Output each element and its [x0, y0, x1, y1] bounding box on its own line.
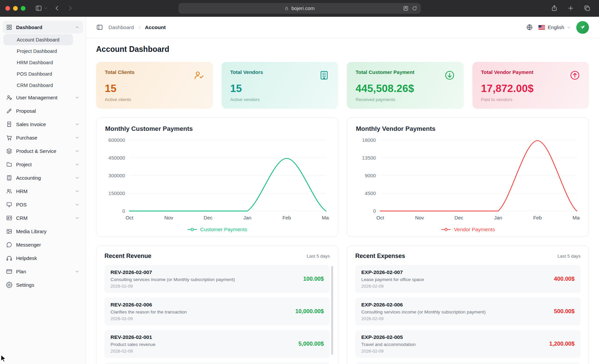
sidebar-collapse-icon[interactable] [96, 24, 103, 31]
chart-legend[interactable]: Vendor Payments [356, 226, 580, 233]
sidebar-item-project[interactable]: Project [3, 158, 83, 171]
sidebar-item-settings[interactable]: Settings [3, 278, 83, 291]
list-period: Last 5 days [557, 254, 581, 259]
stats-row: Total Clients15Active clientsTotal Vendo… [96, 62, 589, 109]
vendor-payments-line-chart: 0450090001350018000OctNovDecJanFebMar [356, 135, 580, 226]
sidebar-subitem-hrm-dashboard[interactable]: HRM Dashboard [3, 57, 73, 68]
transaction-row[interactable]: REV-2026-02-007Consulting services incom… [104, 265, 330, 293]
transaction-row[interactable]: REV-2026-02-002 [104, 362, 330, 364]
legend-label: Vendor Payments [454, 226, 495, 233]
sidebar-item-dashboard[interactable]: Dashboard [3, 21, 83, 33]
us-flag-icon [538, 25, 545, 30]
sidebar-item-proposal[interactable]: Proposal [3, 104, 83, 117]
svg-text:300000: 300000 [108, 173, 125, 178]
transaction-description: Consulting services income (or Monthly s… [361, 309, 485, 314]
transaction-date: 2026-02-09 [110, 284, 235, 289]
sidebar-item-pos[interactable]: POS [3, 198, 83, 211]
stat-label: Total Customer Payment [356, 69, 415, 75]
sidebar-nav: DashboardAccount DashboardProject Dashbo… [3, 21, 83, 291]
transaction-amount: 10,000.00$ [295, 308, 324, 315]
sidebar-item-label: CRM [16, 215, 71, 221]
new-tab-icon[interactable] [567, 5, 574, 12]
sidebar-item-helpdesk[interactable]: Helpdesk [3, 252, 83, 264]
scrollbar-thumb[interactable] [331, 266, 333, 355]
language-label: English [548, 24, 564, 30]
transaction-amount: 5,000.00$ [298, 341, 324, 347]
fullscreen-window-button[interactable] [21, 6, 25, 11]
sidebar-item-label: Sales Invoice [16, 121, 71, 127]
svg-text:150000: 150000 [108, 191, 125, 196]
transaction-description: Travel and accommodation [361, 342, 416, 347]
chevron-down-icon [75, 95, 80, 100]
url-text: bojeri.com [291, 5, 314, 11]
sidebar-item-label: Dashboard [16, 24, 71, 30]
sidebar-subitem-account-dashboard[interactable]: Account Dashboard [3, 34, 73, 45]
sidebar-item-product-service[interactable]: Product & Service [3, 145, 83, 157]
transaction-amount: 1,200.00$ [549, 341, 575, 347]
breadcrumb-dashboard[interactable]: Dashboard [108, 24, 134, 30]
sidebar-subitem-project-dashboard[interactable]: Project Dashboard [3, 46, 73, 57]
transaction-row[interactable]: EXP-2026-02-001 [355, 362, 581, 364]
svg-text:Dec: Dec [204, 215, 213, 220]
transaction-date: 2026-02-09 [110, 349, 155, 354]
chart-legend[interactable]: Customer Payments [105, 226, 329, 233]
sidebar-item-purchase[interactable]: Purchase [3, 131, 83, 144]
app-window: DashboardAccount DashboardProject Dashbo… [0, 17, 599, 364]
transaction-code: REV-2026-02-001 [110, 334, 155, 340]
svg-text:Jan: Jan [494, 215, 502, 220]
share-icon[interactable] [551, 5, 558, 12]
expenses-list: EXP-2026-02-007Lease payment for office … [355, 265, 581, 364]
svg-text:Feb: Feb [282, 215, 291, 220]
page-title: Account Dashboard [96, 45, 589, 54]
svg-text:9000: 9000 [365, 173, 376, 178]
minimize-window-button[interactable] [13, 6, 18, 11]
close-window-button[interactable] [5, 6, 10, 11]
sidebar-item-label: Plan [16, 269, 71, 274]
list-period: Last 5 days [307, 254, 330, 259]
language-selector[interactable]: English [538, 24, 571, 30]
back-icon[interactable] [54, 5, 61, 12]
customer-payments-chart-card: Monthly Customer Payments 01500003000004… [96, 117, 338, 237]
sidebar-item-user-management[interactable]: User Management [3, 91, 83, 104]
svg-text:13500: 13500 [362, 155, 376, 161]
transaction-row[interactable]: EXP-2026-02-006Consulting services incom… [355, 297, 581, 326]
forward-icon[interactable] [67, 5, 74, 12]
sidebar-item-sales-invoice[interactable]: Sales Invoice [3, 118, 83, 130]
stat-card-total-customer-payment: Total Customer Payment445,508.26$Receive… [347, 62, 464, 109]
stat-value: 15 [105, 83, 204, 95]
pen-icon [6, 108, 12, 114]
transaction-row[interactable]: EXP-2026-02-005Travel and accommodation2… [355, 330, 581, 358]
transaction-row[interactable]: REV-2026-02-001Product sales revenue2026… [104, 330, 330, 358]
credit-card-icon [6, 268, 12, 275]
sidebar-subitem-pos-dashboard[interactable]: POS Dashboard [3, 68, 73, 79]
globe-icon[interactable] [526, 24, 533, 31]
sidebar-item-crm[interactable]: CRM [3, 211, 83, 224]
sidebar-item-plan[interactable]: Plan [3, 265, 83, 278]
sidebar-item-media-library[interactable]: Media Library [3, 225, 83, 238]
layers-icon [6, 148, 12, 154]
translate-icon[interactable] [403, 5, 409, 11]
chevron-down-icon [75, 122, 80, 127]
reload-icon[interactable] [411, 5, 418, 11]
sidebar-item-hrm[interactable]: HRM [3, 185, 83, 197]
sidebar-item-accounting[interactable]: Accounting [3, 171, 83, 184]
tab-overview-icon[interactable] [584, 5, 591, 12]
calculator-icon [6, 175, 12, 181]
browser-sidebar-toggle-icon[interactable] [35, 5, 42, 12]
sidebar-item-messenger[interactable]: Messenger [3, 238, 83, 251]
stat-sublabel: Active clients [105, 97, 204, 102]
svg-text:18000: 18000 [362, 138, 376, 143]
address-bar[interactable]: bojeri.com [178, 3, 421, 14]
avatar[interactable] [576, 21, 589, 34]
chevron-down-icon[interactable] [44, 6, 48, 10]
sidebar-subitem-crm-dashboard[interactable]: CRM Dashboard [3, 80, 73, 91]
svg-text:Jan: Jan [243, 215, 251, 220]
transaction-row[interactable]: REV-2026-02-006Clarifies the reason for … [104, 297, 330, 326]
stat-label: Total Vendors [230, 69, 263, 75]
topbar: Dashboard Account English [86, 17, 599, 38]
svg-text:Feb: Feb [533, 215, 542, 220]
chevron-down-icon [75, 269, 80, 274]
svg-text:Nov: Nov [164, 215, 173, 220]
stat-value: 445,508.26$ [356, 83, 455, 95]
transaction-row[interactable]: EXP-2026-02-007Lease payment for office … [355, 265, 581, 293]
